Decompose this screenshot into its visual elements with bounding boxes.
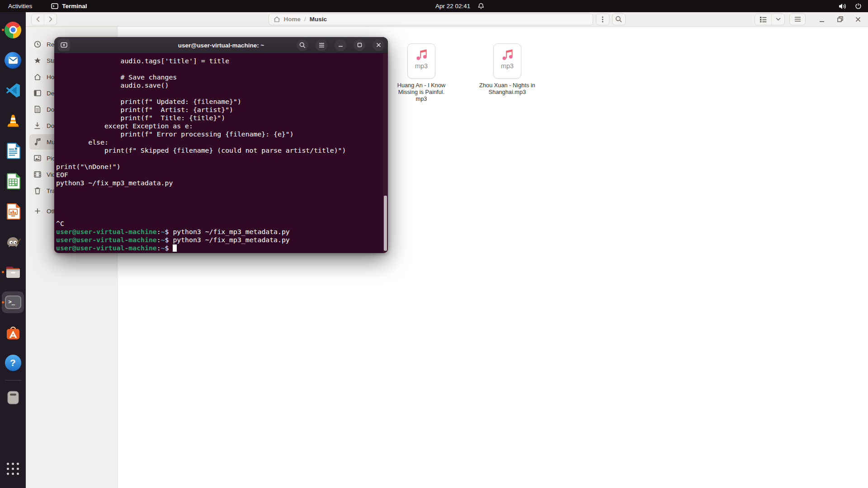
terminal-titlebar[interactable]: user@user-virtual-machine: ~ [54, 37, 388, 53]
dock-item-libreoffice-calc[interactable] [0, 173, 26, 190]
search-icon [299, 42, 306, 48]
files-close-button[interactable] [854, 15, 863, 24]
terminal-line [56, 65, 382, 73]
forward-button[interactable] [44, 14, 57, 25]
help-icon: ? [5, 355, 21, 371]
list-view-icon [760, 16, 767, 23]
terminal-line: print(f" Skipped {filename} (could not p… [56, 146, 382, 155]
close-icon [855, 17, 861, 22]
terminal-line: print("\nDone!") [56, 163, 382, 171]
dock-item-gimp[interactable] [0, 233, 26, 250]
trash-icon [6, 390, 20, 405]
mp3-file-icon: mp3 [407, 43, 435, 79]
terminal-line [56, 203, 382, 211]
terminal-maximize-button[interactable] [354, 39, 365, 51]
clock-label: Apr 22 02:41 [435, 3, 470, 9]
starred-icon [33, 57, 41, 65]
ubuntu-software-icon [5, 325, 21, 340]
running-indicator-dot [2, 301, 4, 304]
terminal-line: except Exception as e: [56, 122, 382, 130]
focused-app-menu[interactable]: Terminal [51, 3, 87, 9]
view-options-button[interactable] [771, 14, 784, 25]
file-item[interactable]: mp3Huang An - I KnowMissing is Painful.m… [387, 43, 455, 103]
terminal-line: audio.tags['title'] = title [56, 57, 382, 65]
dock-item-terminal[interactable]: >_ [0, 294, 26, 311]
terminal-icon: >_ [5, 296, 21, 309]
dock-item-ubuntu-software[interactable] [0, 324, 26, 341]
terminal-scrollbar[interactable] [383, 53, 388, 253]
volume-icon [839, 3, 847, 9]
terminal-close-button[interactable] [373, 39, 384, 51]
terminal-minimize-button[interactable] [335, 39, 346, 51]
music-note-icon [415, 48, 428, 61]
terminal-line: EOF [56, 171, 382, 179]
desktop-icon [33, 89, 41, 97]
breadcrumb[interactable]: Home / Music [269, 14, 593, 25]
terminal-prompt-line: user@user-virtual-machine:~$ [56, 244, 382, 252]
minimize-icon [338, 42, 343, 47]
terminal-line: else: [56, 138, 382, 146]
terminal-scrollbar-thumb[interactable] [384, 196, 387, 251]
clock-menu[interactable]: Apr 22 02:41 [435, 0, 485, 12]
breadcrumb-current[interactable]: Music [310, 16, 327, 23]
dock-item-libreoffice-impress[interactable] [0, 203, 26, 220]
dock-item-trash[interactable] [0, 389, 26, 406]
files-icon [5, 265, 21, 279]
focused-app-label: Terminal [62, 3, 87, 9]
recent-icon [33, 41, 41, 48]
terminal-menu-button[interactable] [316, 39, 327, 51]
files-search-button[interactable] [612, 14, 626, 25]
videos-icon [33, 171, 41, 178]
activities-button[interactable]: Activities [8, 3, 32, 9]
home-icon [274, 16, 280, 23]
terminal-line: ^C [56, 220, 382, 228]
terminal-prompt-line: user@user-virtual-machine:~$ python3 ~/f… [56, 236, 382, 244]
dock-item-show-apps[interactable] [0, 460, 26, 477]
terminal-title: user@user-virtual-machine: ~ [178, 42, 264, 48]
kebab-menu-icon [602, 16, 604, 23]
file-name-label: Huang An - I KnowMissing is Painful.mp3 [397, 82, 446, 103]
file-item[interactable]: mp3Zhou Xuan - Nights inShanghai.mp3 [473, 43, 541, 96]
breadcrumb-separator: / [304, 16, 306, 23]
hamburger-menu-icon [794, 17, 801, 22]
restore-icon [837, 16, 843, 22]
dock-item-chrome[interactable] [0, 21, 26, 38]
chrome-icon [5, 22, 21, 38]
dock-item-libreoffice-writer[interactable] [0, 142, 26, 160]
thunderbird-icon [5, 52, 21, 69]
music-icon [33, 138, 41, 146]
files-restore-button[interactable] [835, 15, 844, 24]
dock-item-help[interactable]: ? [0, 354, 26, 371]
terminal-line: print(f" Error processing {filename}: {e… [56, 130, 382, 138]
files-window-controls [817, 15, 863, 24]
dock-item-files[interactable] [0, 263, 26, 281]
terminal-line: audio.save() [56, 81, 382, 89]
documents-icon [33, 106, 41, 113]
music-note-icon [500, 48, 514, 61]
dock-item-vscode[interactable] [0, 82, 26, 99]
dock-item-thunderbird[interactable] [0, 52, 26, 69]
new-tab-icon [61, 42, 67, 48]
system-status-menu[interactable] [839, 0, 862, 12]
path-menu-button[interactable] [596, 14, 609, 25]
desktop-screen: Home / Music [0, 0, 868, 488]
files-minimize-button[interactable] [817, 15, 826, 24]
list-view-button[interactable] [755, 14, 771, 25]
files-menu-button[interactable] [789, 14, 806, 25]
back-button[interactable] [32, 14, 44, 25]
chevron-left-icon [36, 16, 40, 22]
breadcrumb-home[interactable]: Home [284, 16, 301, 23]
terminal-line [56, 211, 382, 220]
close-icon [376, 42, 381, 47]
terminal-icon [51, 3, 58, 9]
nav-button-group [31, 14, 57, 25]
dock-item-vlc[interactable] [0, 112, 26, 129]
gimp-icon [5, 234, 21, 250]
pictures-icon [33, 155, 41, 162]
terminal-search-button[interactable] [297, 39, 308, 51]
terminal-line: print(f" Updated: {filename}") [56, 98, 382, 106]
chevron-down-icon [776, 18, 781, 21]
terminal-output[interactable]: audio.tags['title'] = title # Save chang… [54, 53, 388, 253]
terminal-new-tab-button[interactable] [58, 39, 70, 51]
vscode-icon [5, 82, 21, 99]
